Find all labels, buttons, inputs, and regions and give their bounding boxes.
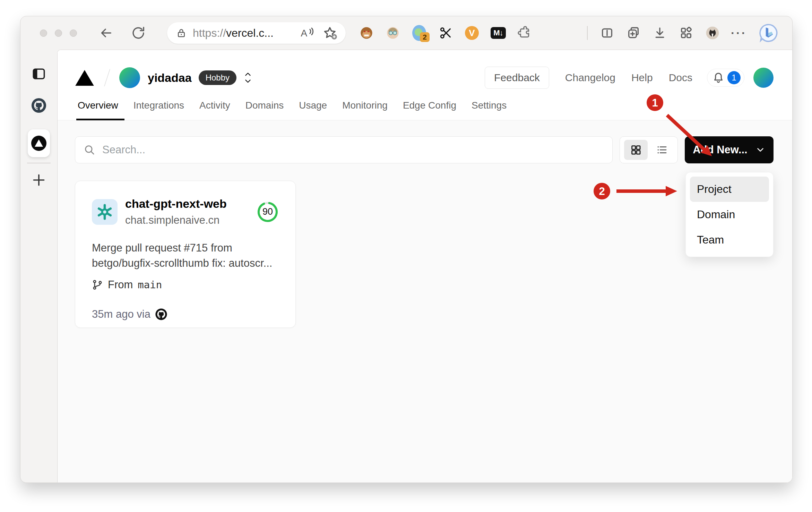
grid-view-button[interactable] xyxy=(624,140,648,160)
plan-badge: Hobby xyxy=(199,70,236,85)
menu-item-team[interactable]: Team xyxy=(690,227,769,253)
v-letter: V xyxy=(465,26,479,40)
grid-view-icon xyxy=(630,144,642,156)
sidebar-divider xyxy=(27,163,51,163)
vercel-favicon xyxy=(31,135,47,152)
downloads-button[interactable] xyxy=(653,26,667,40)
extensions-row: 2 V M↓ xyxy=(360,26,532,40)
apps-grid-icon xyxy=(679,26,693,40)
notifications-button[interactable]: 1 xyxy=(707,69,744,87)
vercel-logo[interactable] xyxy=(75,69,94,86)
add-new-button[interactable]: Add New... xyxy=(685,136,774,163)
refresh-icon xyxy=(131,26,146,40)
tab-integrations[interactable]: Integrations xyxy=(126,100,192,120)
collections-button[interactable] xyxy=(627,26,640,40)
search-input[interactable] xyxy=(102,144,604,156)
breadcrumb-slash xyxy=(104,69,110,86)
minimize-window-button[interactable] xyxy=(55,29,62,37)
deploy-time: 35m ago via xyxy=(92,308,150,321)
refresh-button[interactable] xyxy=(131,26,146,40)
add-new-dropdown: Project Domain Team xyxy=(685,172,774,257)
vercel-body: Add New... Project Domain Team xyxy=(58,120,792,483)
menu-item-project[interactable]: Project xyxy=(690,177,769,202)
user-avatar[interactable] xyxy=(753,68,774,88)
view-toggle xyxy=(620,136,678,163)
project-card[interactable]: chat-gpt-next-web chat.simplenaive.cn 90… xyxy=(75,181,296,328)
help-link[interactable]: Help xyxy=(631,72,653,84)
project-domain[interactable]: chat.simplenaive.cn xyxy=(125,214,257,227)
person-icon xyxy=(386,26,400,40)
read-aloud-icon[interactable]: A xyxy=(299,26,314,40)
zoom-window-button[interactable] xyxy=(70,29,77,37)
tab-edge-config[interactable]: Edge Config xyxy=(395,100,464,120)
url-text: https://vercel.c... xyxy=(193,27,299,40)
scissors-icon xyxy=(439,26,452,40)
github-icon xyxy=(155,308,168,321)
changelog-link[interactable]: Changelog xyxy=(565,72,615,84)
score-value: 90 xyxy=(257,201,279,223)
tab-usage[interactable]: Usage xyxy=(291,100,335,120)
tab-monitoring[interactable]: Monitoring xyxy=(335,100,395,120)
list-view-icon xyxy=(656,144,668,156)
search-icon xyxy=(84,144,95,156)
project-logo-tile xyxy=(92,199,118,225)
tab-vercel-active[interactable] xyxy=(28,129,50,157)
browser-window: https://vercel.c... A xyxy=(20,16,793,483)
bing-chat-button[interactable] xyxy=(758,23,778,43)
project-name: chat-gpt-next-web xyxy=(125,197,257,211)
browser-chrome: https://vercel.c... A xyxy=(20,16,792,50)
bing-icon xyxy=(758,23,778,43)
chrome-right-controls: ··· xyxy=(587,23,778,43)
favorite-star-icon[interactable] xyxy=(323,26,338,40)
branch-row: From main xyxy=(92,279,279,291)
vercel-header: yidadaa Hobby Feedback Changelog Help Do… xyxy=(58,50,792,120)
github-icon xyxy=(31,97,47,113)
more-menu-button[interactable]: ··· xyxy=(732,26,746,40)
collections-icon xyxy=(627,26,640,40)
tab-settings[interactable]: Settings xyxy=(464,100,514,120)
tab-overview[interactable]: Overview xyxy=(75,100,126,120)
puzzle-icon xyxy=(518,26,532,40)
v-extension-icon[interactable]: V xyxy=(465,26,479,40)
menu-item-domain[interactable]: Domain xyxy=(690,202,769,227)
split-screen-button[interactable] xyxy=(600,26,614,40)
feedback-button[interactable]: Feedback xyxy=(485,67,549,89)
close-window-button[interactable] xyxy=(40,29,47,37)
back-button[interactable] xyxy=(99,26,113,40)
bell-icon xyxy=(712,71,725,84)
dashboard-tabs: Overview Integrations Activity Domains U… xyxy=(75,100,774,120)
workspaces-button[interactable] xyxy=(679,26,693,40)
new-tab-button[interactable] xyxy=(31,172,46,188)
address-bar[interactable]: https://vercel.c... A xyxy=(167,22,346,44)
chevron-updown-icon xyxy=(243,70,253,85)
docs-link[interactable]: Docs xyxy=(669,72,692,84)
cat-avatar-icon xyxy=(706,25,719,41)
plus-icon xyxy=(31,172,46,188)
branch-prefix: From xyxy=(108,279,133,291)
tab-activity[interactable]: Activity xyxy=(192,100,238,120)
avatar-extension-icon[interactable] xyxy=(386,26,400,40)
markdown-extension-icon[interactable]: M↓ xyxy=(491,26,505,40)
scissors-extension-icon[interactable] xyxy=(439,26,452,40)
add-new-label: Add New... xyxy=(693,144,747,156)
notification-count-badge: 1 xyxy=(727,71,741,84)
markdown-label: M↓ xyxy=(491,27,506,39)
team-avatar[interactable] xyxy=(119,67,140,88)
team-name[interactable]: yidadaa xyxy=(148,71,192,85)
list-view-button[interactable] xyxy=(650,140,674,160)
traffic-lights xyxy=(40,29,77,37)
profile-avatar-button[interactable] xyxy=(706,26,719,40)
download-icon xyxy=(653,26,667,40)
branch-name: main xyxy=(138,279,162,291)
tab-github[interactable] xyxy=(31,97,47,113)
toggle-pane-button[interactable] xyxy=(31,66,46,82)
tampermonkey-extension-icon[interactable] xyxy=(360,26,373,40)
extensions-puzzle-button[interactable] xyxy=(518,26,532,40)
extension-count-badge: 2 xyxy=(420,32,430,42)
tab-domains[interactable]: Domains xyxy=(238,100,291,120)
chevron-down-icon xyxy=(755,145,766,155)
translate-extension-icon[interactable]: 2 xyxy=(412,26,426,40)
team-switcher-button[interactable] xyxy=(243,70,253,85)
pane-toggle-icon xyxy=(31,66,46,82)
web-content: yidadaa Hobby Feedback Changelog Help Do… xyxy=(57,50,792,483)
